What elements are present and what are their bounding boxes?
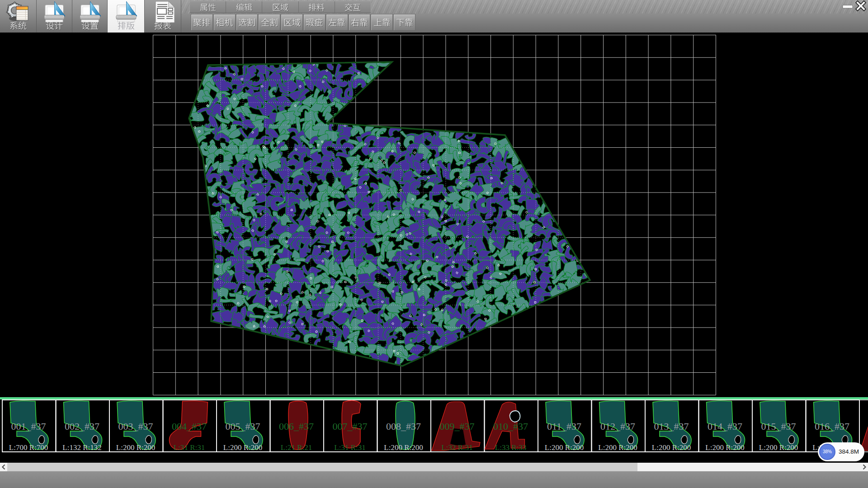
- svg-text:013_#37: 013_#37: [654, 421, 689, 432]
- svg-text:L:200 R:200: L:200 R:200: [545, 443, 584, 452]
- svg-text:005_#37: 005_#37: [226, 421, 260, 432]
- svg-text:L:700 R:700: L:700 R:700: [9, 443, 48, 452]
- svg-text:004_#37: 004_#37: [172, 421, 207, 432]
- svg-text:L:200 R:200: L:200 R:200: [705, 443, 744, 452]
- svg-text:002_#37: 002_#37: [65, 421, 99, 432]
- svg-text:011_#37: 011_#37: [547, 421, 581, 432]
- svg-text:L:200 R:200: L:200 R:200: [116, 443, 155, 452]
- svg-text:L:33 R:33: L:33 R:33: [495, 443, 526, 452]
- svg-text:012_#37: 012_#37: [600, 421, 635, 432]
- svg-text:006_#37: 006_#37: [279, 421, 314, 432]
- svg-text:L:32 R:31: L:32 R:31: [441, 443, 472, 452]
- svg-text:003_#37: 003_#37: [118, 421, 153, 432]
- svg-text:009_#37: 009_#37: [440, 421, 475, 432]
- svg-text:L:132 R:132: L:132 R:132: [62, 443, 101, 452]
- svg-text:014_#37: 014_#37: [708, 421, 742, 432]
- svg-text:L:200 R:200: L:200 R:200: [223, 443, 262, 452]
- svg-text:001_#37: 001_#37: [11, 421, 46, 432]
- svg-text:010_#37: 010_#37: [493, 421, 528, 432]
- svg-text:016_#37: 016_#37: [815, 421, 849, 432]
- svg-text:L:200 R:200: L:200 R:200: [598, 443, 637, 452]
- svg-text:007_#37: 007_#37: [333, 421, 368, 432]
- svg-text:L:21 R:21: L:21 R:21: [281, 443, 312, 452]
- svg-text:L:200 R:200: L:200 R:200: [652, 443, 691, 452]
- svg-text:008_#37: 008_#37: [386, 421, 421, 432]
- svg-text:015_#37: 015_#37: [761, 421, 796, 432]
- svg-text:L:200 R:200: L:200 R:200: [384, 443, 423, 452]
- svg-text:L:200 R:200: L:200 R:200: [759, 443, 798, 452]
- svg-text:L:31 R:31: L:31 R:31: [174, 443, 205, 452]
- svg-text:L:31 R:31: L:31 R:31: [334, 443, 365, 452]
